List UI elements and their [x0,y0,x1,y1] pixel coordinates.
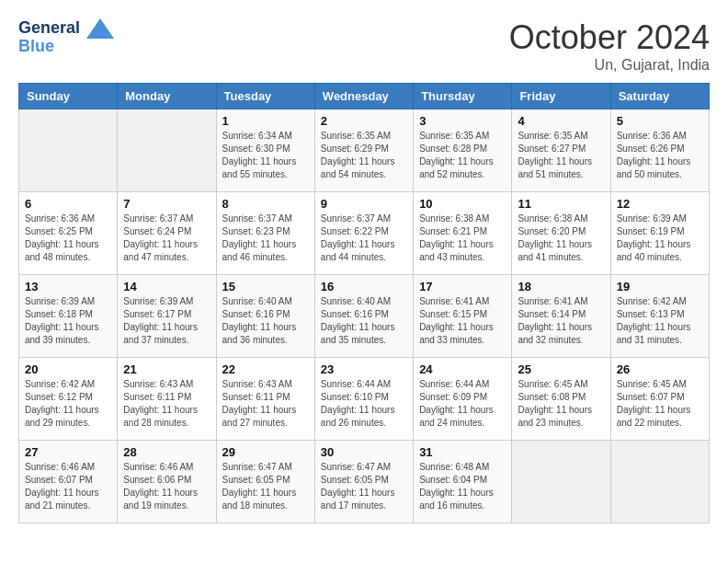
calendar-body: 1Sunrise: 6:34 AM Sunset: 6:30 PM Daylig… [19,109,710,523]
day-number: 15 [222,280,309,293]
day-info: Sunrise: 6:39 AM Sunset: 6:19 PM Dayligh… [617,213,703,264]
svg-marker-0 [86,18,114,39]
day-info: Sunrise: 6:39 AM Sunset: 6:18 PM Dayligh… [25,295,111,347]
day-info: Sunrise: 6:40 AM Sunset: 6:16 PM Dayligh… [222,295,309,347]
day-info: Sunrise: 6:42 AM Sunset: 6:12 PM Dayligh… [25,378,111,430]
calendar-cell: 18Sunrise: 6:41 AM Sunset: 6:14 PM Dayli… [512,275,610,358]
calendar-cell: 1Sunrise: 6:34 AM Sunset: 6:30 PM Daylig… [216,109,314,192]
day-number: 3 [419,114,506,128]
day-info: Sunrise: 6:36 AM Sunset: 6:26 PM Dayligh… [617,130,703,181]
day-number: 9 [321,197,407,211]
day-number: 11 [518,197,604,211]
calendar-cell: 26Sunrise: 6:45 AM Sunset: 6:07 PM Dayli… [610,358,709,441]
day-info: Sunrise: 6:47 AM Sunset: 6:05 PM Dayligh… [222,461,309,512]
day-number: 26 [617,362,703,376]
day-number: 2 [321,114,407,128]
day-info: Sunrise: 6:43 AM Sunset: 6:11 PM Dayligh… [222,378,309,430]
calendar-cell: 12Sunrise: 6:39 AM Sunset: 6:19 PM Dayli… [610,192,709,275]
calendar-cell: 25Sunrise: 6:45 AM Sunset: 6:08 PM Dayli… [512,358,610,441]
calendar-cell: 28Sunrise: 6:46 AM Sunset: 6:06 PM Dayli… [118,441,216,523]
day-number: 28 [123,445,210,459]
calendar-cell: 23Sunrise: 6:44 AM Sunset: 6:10 PM Dayli… [314,358,413,441]
day-info: Sunrise: 6:34 AM Sunset: 6:30 PM Dayligh… [222,130,309,181]
day-number: 7 [123,197,210,211]
calendar-cell: 30Sunrise: 6:47 AM Sunset: 6:05 PM Dayli… [314,441,413,523]
month-title: October 2024 [509,18,710,57]
day-info: Sunrise: 6:44 AM Sunset: 6:09 PM Dayligh… [419,378,506,430]
day-number: 18 [518,280,604,293]
calendar-cell: 2Sunrise: 6:35 AM Sunset: 6:29 PM Daylig… [314,109,413,192]
day-number: 16 [321,280,407,293]
day-number: 10 [419,197,506,211]
weekday-thursday: Thursday [414,84,512,109]
day-info: Sunrise: 6:48 AM Sunset: 6:04 PM Dayligh… [419,461,506,512]
day-info: Sunrise: 6:41 AM Sunset: 6:15 PM Dayligh… [419,295,506,347]
calendar-cell: 9Sunrise: 6:37 AM Sunset: 6:22 PM Daylig… [314,192,413,275]
day-number: 14 [123,280,210,293]
calendar-cell [610,441,709,523]
week-row-3: 13Sunrise: 6:39 AM Sunset: 6:18 PM Dayli… [19,275,710,358]
calendar-cell: 6Sunrise: 6:36 AM Sunset: 6:25 PM Daylig… [19,192,118,275]
calendar-cell: 19Sunrise: 6:42 AM Sunset: 6:13 PM Dayli… [610,275,709,358]
day-number: 5 [617,114,703,128]
day-info: Sunrise: 6:40 AM Sunset: 6:16 PM Dayligh… [321,295,407,347]
calendar-cell: 3Sunrise: 6:35 AM Sunset: 6:28 PM Daylig… [414,109,512,192]
day-number: 19 [617,280,703,293]
day-info: Sunrise: 6:45 AM Sunset: 6:08 PM Dayligh… [518,378,604,430]
day-info: Sunrise: 6:41 AM Sunset: 6:14 PM Dayligh… [518,295,604,347]
day-info: Sunrise: 6:37 AM Sunset: 6:23 PM Dayligh… [222,213,309,264]
day-number: 1 [222,114,309,128]
weekday-friday: Friday [512,84,610,109]
calendar-cell: 13Sunrise: 6:39 AM Sunset: 6:18 PM Dayli… [19,275,118,358]
week-row-1: 1Sunrise: 6:34 AM Sunset: 6:30 PM Daylig… [19,109,710,192]
calendar-cell: 22Sunrise: 6:43 AM Sunset: 6:11 PM Dayli… [216,358,314,441]
weekday-sunday: Sunday [19,84,118,109]
day-info: Sunrise: 6:42 AM Sunset: 6:13 PM Dayligh… [617,295,703,347]
day-info: Sunrise: 6:47 AM Sunset: 6:05 PM Dayligh… [321,461,407,512]
calendar-cell: 11Sunrise: 6:38 AM Sunset: 6:20 PM Dayli… [512,192,610,275]
calendar-cell: 10Sunrise: 6:38 AM Sunset: 6:21 PM Dayli… [414,192,512,275]
calendar-cell: 5Sunrise: 6:36 AM Sunset: 6:26 PM Daylig… [610,109,709,192]
day-number: 8 [222,197,309,211]
day-info: Sunrise: 6:45 AM Sunset: 6:07 PM Dayligh… [617,378,703,430]
day-info: Sunrise: 6:44 AM Sunset: 6:10 PM Dayligh… [321,378,407,430]
day-number: 23 [321,362,407,376]
day-info: Sunrise: 6:36 AM Sunset: 6:25 PM Dayligh… [25,213,111,264]
title-block: October 2024 Un, Gujarat, India [509,18,710,74]
logo-text: General [18,18,114,39]
calendar-cell: 15Sunrise: 6:40 AM Sunset: 6:16 PM Dayli… [216,275,314,358]
calendar-cell: 31Sunrise: 6:48 AM Sunset: 6:04 PM Dayli… [414,441,512,523]
calendar-cell [19,109,118,192]
calendar-table: SundayMondayTuesdayWednesdayThursdayFrid… [18,83,710,523]
weekday-saturday: Saturday [610,84,709,109]
weekday-tuesday: Tuesday [216,84,314,109]
day-number: 20 [25,362,111,376]
day-number: 6 [25,197,111,211]
logo-icon [86,18,114,39]
calendar-cell: 21Sunrise: 6:43 AM Sunset: 6:11 PM Dayli… [118,358,216,441]
calendar-cell: 24Sunrise: 6:44 AM Sunset: 6:09 PM Dayli… [414,358,512,441]
weekday-monday: Monday [118,84,216,109]
day-number: 27 [25,445,111,459]
weekday-header-row: SundayMondayTuesdayWednesdayThursdayFrid… [19,84,710,109]
day-number: 31 [419,445,506,459]
calendar-cell: 4Sunrise: 6:35 AM Sunset: 6:27 PM Daylig… [512,109,610,192]
calendar-cell: 20Sunrise: 6:42 AM Sunset: 6:12 PM Dayli… [19,358,118,441]
day-info: Sunrise: 6:43 AM Sunset: 6:11 PM Dayligh… [123,378,210,430]
day-number: 29 [222,445,309,459]
day-number: 21 [123,362,210,376]
calendar-cell: 29Sunrise: 6:47 AM Sunset: 6:05 PM Dayli… [216,441,314,523]
calendar-cell: 17Sunrise: 6:41 AM Sunset: 6:15 PM Dayli… [414,275,512,358]
day-info: Sunrise: 6:46 AM Sunset: 6:07 PM Dayligh… [25,461,111,512]
calendar-cell: 7Sunrise: 6:37 AM Sunset: 6:24 PM Daylig… [118,192,216,275]
day-number: 22 [222,362,309,376]
calendar-cell [118,109,216,192]
day-info: Sunrise: 6:35 AM Sunset: 6:29 PM Dayligh… [321,130,407,181]
day-number: 17 [419,280,506,293]
day-number: 12 [617,197,703,211]
calendar-cell: 27Sunrise: 6:46 AM Sunset: 6:07 PM Dayli… [19,441,118,523]
logo-blue: Blue [18,37,114,56]
page-header: General Blue October 2024 Un, Gujarat, I… [18,18,710,74]
week-row-2: 6Sunrise: 6:36 AM Sunset: 6:25 PM Daylig… [19,192,710,275]
day-number: 25 [518,362,604,376]
